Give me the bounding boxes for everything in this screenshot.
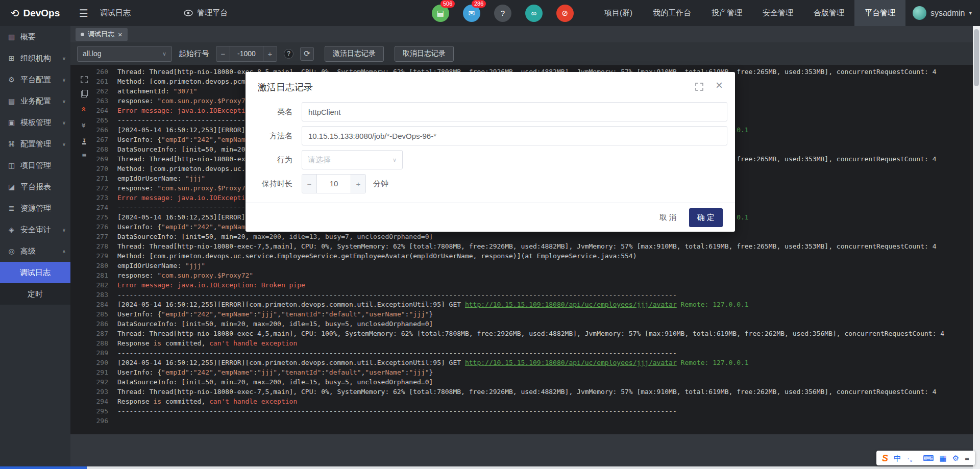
download-icon[interactable]: ↧ <box>82 137 86 144</box>
sidebar-submenu: 调试日志定时 <box>0 262 70 305</box>
copy-icon[interactable] <box>81 90 88 97</box>
ime-menu-icon[interactable]: ≡ <box>965 454 969 462</box>
increment-button[interactable]: + <box>263 46 277 61</box>
close-icon[interactable]: × <box>716 79 723 91</box>
fullscreen-icon[interactable] <box>695 83 703 93</box>
log-line-text: ----------------------------------------… <box>117 290 677 300</box>
log-line-text: Response is committed, can't handle exce… <box>117 338 297 348</box>
start-line-label: 起始行号 <box>179 49 209 59</box>
decrement-button[interactable]: − <box>302 175 317 193</box>
activate-log-button[interactable]: 激活日志记录 <box>325 46 384 62</box>
sidebar-item-label: 安全审计 <box>20 225 51 235</box>
log-line-number: 296 <box>88 416 108 426</box>
log-line-number: 283 <box>88 290 108 300</box>
duration-value[interactable]: 10 <box>317 175 351 193</box>
page-scrollbar[interactable] <box>973 26 980 469</box>
sidebar-item-label: 业务配置 <box>20 96 51 106</box>
sidebar-item-label: 组织机构 <box>20 54 51 63</box>
method-label: 方法名 <box>246 131 292 141</box>
sidebar-item[interactable]: ⊞组织机构∨ <box>0 47 70 69</box>
sidebar-item[interactable]: ◪平台报表 <box>0 176 70 198</box>
nav-menu-item[interactable]: 平台管理 <box>854 0 905 26</box>
ime-toolbox-icon[interactable]: ⚙ <box>952 454 959 462</box>
sidebar-subitem[interactable]: 调试日志 <box>0 262 70 283</box>
log-file-value: all.log <box>83 50 102 58</box>
log-line-number: 261 <box>88 77 108 86</box>
organization-icon: ⊞ <box>7 54 16 62</box>
nav-menu-item[interactable]: 项目(群) <box>594 0 643 26</box>
sidebar-subitem[interactable]: 定时 <box>0 283 70 305</box>
log-line: 279Method: [com.primeton.devops.uc.servi… <box>88 251 973 261</box>
tab-debug-log[interactable]: 调试日志 × <box>76 28 128 41</box>
jump-top-icon[interactable]: « <box>79 107 89 112</box>
log-line-number: 289 <box>88 348 108 358</box>
start-line-input[interactable] <box>230 46 263 61</box>
line-wrap-icon[interactable]: ≡ <box>82 151 86 159</box>
chevron-down-icon: ∨ <box>162 51 166 57</box>
sidebar-item[interactable]: ▣模板管理∨ <box>0 112 70 133</box>
ok-button[interactable]: 确 定 <box>689 208 723 227</box>
sidebar-item[interactable]: ⚙平台配置∨ <box>0 69 70 90</box>
sidebar-item-label: 平台配置 <box>20 75 51 85</box>
help-glyph: ? <box>501 9 505 17</box>
log-line: 289-------------------------------------… <box>88 348 973 358</box>
chevron-down-icon: ∨ <box>62 227 66 233</box>
increment-button[interactable]: + <box>351 175 365 193</box>
refresh-icon[interactable]: ⟳ <box>300 47 314 61</box>
help-icon[interactable]: ? <box>284 49 293 59</box>
sogou-logo-icon[interactable]: S <box>882 454 888 463</box>
sidebar-item[interactable]: ◎高级∧ <box>0 240 70 262</box>
template-icon: ▣ <box>7 118 16 127</box>
jump-bottom-icon[interactable]: » <box>79 123 89 128</box>
sidebar-item[interactable]: ▦概要 <box>0 26 70 47</box>
log-line-number: 265 <box>88 115 108 125</box>
ime-emoji-icon[interactable]: ▦ <box>940 454 947 462</box>
nav-menu-item[interactable]: 合版管理 <box>803 0 854 26</box>
nav-menu-item[interactable]: 投产管理 <box>701 0 752 26</box>
cancel-button[interactable]: 取 消 <box>654 210 682 226</box>
sidebar-item-label: 概要 <box>20 32 36 42</box>
log-line-number: 279 <box>88 251 108 261</box>
logo-icon: ⟲ <box>11 7 19 19</box>
notifications-icon[interactable]: ✉286 <box>463 5 480 22</box>
blocked-icon[interactable]: ⊘ <box>556 5 574 22</box>
platform-switcher[interactable]: 管理平台 <box>184 8 228 18</box>
activate-log-modal: 激活日志记录 × 类名 方法名 行为 请选择 ∨ 保持时长 − 10 + <box>246 72 735 232</box>
sidebar-item[interactable]: ▤业务配置∨ <box>0 90 70 112</box>
log-line-number: 276 <box>88 222 108 232</box>
user-menu[interactable]: sysadmin ▾ <box>905 6 980 20</box>
sidebar-item[interactable]: ◫项目管理 <box>0 155 70 176</box>
tasks-icon[interactable]: ▤506 <box>432 5 449 22</box>
sidebar-item[interactable]: ⌘配置管理∨ <box>0 133 70 155</box>
log-line: 281response: "com.sun.proxy.$Proxy72" <box>88 270 973 280</box>
hamburger-icon[interactable]: ☰ <box>70 7 97 19</box>
method-input[interactable] <box>302 126 727 145</box>
help-icon[interactable]: ? <box>494 5 511 22</box>
decrement-button[interactable]: − <box>216 46 230 61</box>
log-line-text: Error message: java.io.IOException: Brok… <box>117 280 305 290</box>
log-line-text: empIdOrUserName: "jjj" <box>117 174 205 183</box>
nav-menu-item[interactable]: 我的工作台 <box>643 0 701 26</box>
cancel-log-button[interactable]: 取消日志记录 <box>395 46 454 62</box>
taskbar-strip-left <box>0 466 87 469</box>
sidebar-item[interactable]: ≣资源管理 <box>0 198 70 219</box>
sidebar-item[interactable]: ◈安全审计∨ <box>0 219 70 240</box>
ime-punct-icon[interactable]: ·。 <box>907 454 917 462</box>
ime-lang-icon[interactable]: 中 <box>894 454 901 462</box>
log-line-number: 274 <box>88 203 108 212</box>
log-line-text: UserInfo: {"empId":"242","empName":"jjj"… <box>117 367 433 377</box>
scrollbar-thumb[interactable] <box>974 29 979 86</box>
fullscreen-icon[interactable] <box>81 76 88 83</box>
classname-input[interactable] <box>302 102 727 121</box>
link-icon[interactable]: ∞ <box>525 5 543 22</box>
report-icon: ◪ <box>7 183 16 191</box>
log-line-number: 262 <box>88 86 108 96</box>
tab-close-icon[interactable]: × <box>118 30 122 39</box>
nav-menu-item[interactable]: 安全管理 <box>752 0 803 26</box>
log-line-text: [2024-05-14 16:50:12,255][ERROR][com.pri… <box>117 300 749 309</box>
action-select[interactable]: 请选择 ∨ <box>302 150 403 169</box>
log-line: 292DataSourceInfo: [init=50, min=20, max… <box>88 377 973 387</box>
content-footer-area <box>70 434 973 466</box>
log-file-select[interactable]: all.log ∨ <box>77 46 172 62</box>
ime-keyboard-icon[interactable]: ⌨ <box>923 454 934 462</box>
